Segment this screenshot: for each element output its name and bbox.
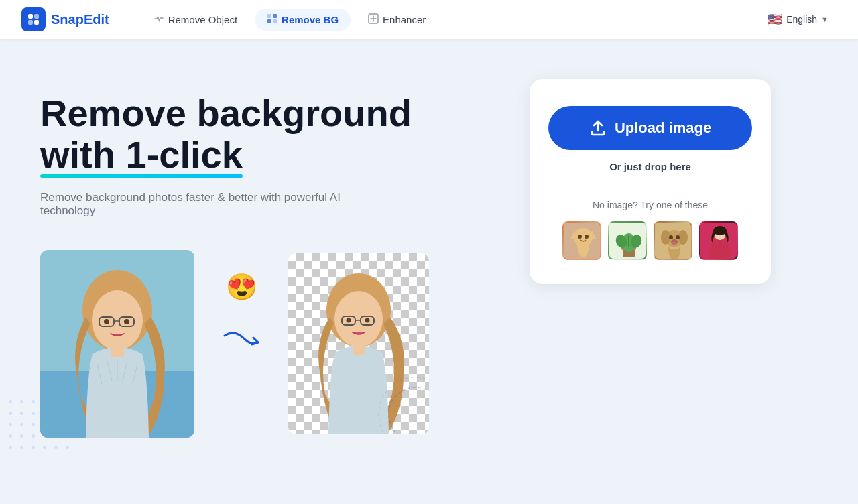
reaction-emoji: 😍 bbox=[226, 272, 257, 302]
language-selector[interactable]: 🇺🇸 English ▼ bbox=[759, 8, 837, 31]
svg-rect-31 bbox=[353, 342, 365, 355]
svg-point-51 bbox=[669, 235, 673, 239]
svg-rect-3 bbox=[34, 20, 39, 25]
svg-point-54 bbox=[672, 241, 676, 245]
plant-thumbnail bbox=[609, 223, 647, 260]
svg-point-52 bbox=[676, 235, 680, 239]
sample-image-dog[interactable] bbox=[654, 221, 692, 260]
person-thumbnail bbox=[700, 223, 738, 260]
upload-icon bbox=[589, 119, 607, 137]
svg-point-50 bbox=[678, 230, 688, 245]
svg-rect-2 bbox=[28, 20, 33, 25]
arrow-icon bbox=[221, 326, 261, 359]
chevron-down-icon: ▼ bbox=[821, 15, 829, 23]
svg-point-33 bbox=[379, 377, 429, 434]
svg-point-32 bbox=[389, 387, 429, 434]
nav-remove-bg[interactable]: Remove BG bbox=[255, 9, 351, 31]
dog-thumbnail bbox=[655, 223, 692, 260]
demo-original-image bbox=[40, 250, 194, 438]
logo-text: SnapEdit bbox=[51, 12, 109, 27]
circle-decoration bbox=[375, 374, 429, 434]
svg-rect-1 bbox=[34, 14, 39, 19]
sample-images bbox=[562, 221, 738, 260]
svg-rect-0 bbox=[28, 14, 33, 19]
demo-area: 😍 bbox=[40, 250, 476, 438]
arrow-indicator: 😍 bbox=[221, 326, 261, 362]
sample-image-plant[interactable] bbox=[608, 221, 647, 260]
drop-text: Or just drop here bbox=[609, 161, 691, 172]
logo[interactable]: SnapEdit bbox=[21, 7, 109, 32]
sample-image-person[interactable] bbox=[699, 221, 738, 260]
headline: Remove background with 1-click bbox=[40, 92, 476, 175]
svg-rect-23 bbox=[111, 344, 124, 357]
svg-point-17 bbox=[124, 319, 129, 324]
subtext: Remove background photos faster & better… bbox=[40, 191, 375, 218]
remove-bg-icon bbox=[267, 13, 278, 26]
svg-point-29 bbox=[347, 318, 351, 323]
cat-thumbnail bbox=[564, 223, 601, 260]
svg-point-16 bbox=[104, 319, 109, 324]
main-content: Remove background with 1-click Remove ba… bbox=[0, 39, 858, 504]
svg-point-39 bbox=[585, 235, 589, 239]
logo-icon bbox=[21, 7, 46, 32]
divider bbox=[548, 186, 752, 186]
flag-icon: 🇺🇸 bbox=[768, 12, 782, 27]
try-text: No image? Try one of these bbox=[593, 200, 708, 210]
svg-point-49 bbox=[661, 230, 670, 245]
lang-button[interactable]: 🇺🇸 English ▼ bbox=[759, 8, 837, 31]
upload-card: Upload image Or just drop here No image?… bbox=[530, 79, 771, 284]
svg-rect-7 bbox=[273, 19, 277, 23]
svg-rect-6 bbox=[267, 19, 271, 23]
headline-underline: with 1-click bbox=[40, 134, 243, 176]
svg-point-38 bbox=[578, 235, 582, 239]
enhancer-icon bbox=[368, 13, 379, 26]
sample-image-cat[interactable] bbox=[562, 221, 601, 260]
left-content: Remove background with 1-click Remove ba… bbox=[40, 79, 476, 438]
upload-image-button[interactable]: Upload image bbox=[548, 106, 752, 150]
nav-enhancer[interactable]: Enhancer bbox=[356, 9, 438, 31]
svg-rect-5 bbox=[273, 14, 277, 18]
nav-links: Remove Object Remove BG Enhancer bbox=[141, 9, 760, 31]
svg-rect-4 bbox=[267, 14, 271, 18]
demo-result-image: ✦ ✦ bbox=[288, 253, 429, 434]
nav-remove-object[interactable]: Remove Object bbox=[141, 9, 249, 31]
remove-object-icon bbox=[154, 13, 164, 26]
svg-point-30 bbox=[365, 318, 370, 323]
navbar: SnapEdit Remove Object Remove BG bbox=[0, 0, 858, 39]
